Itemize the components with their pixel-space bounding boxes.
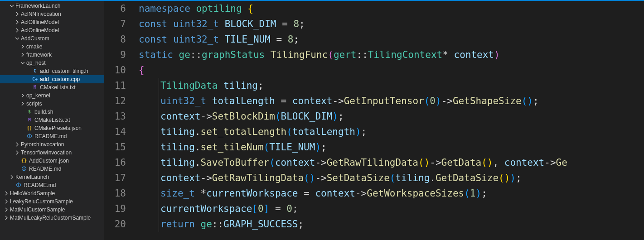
chevron-down-icon[interactable]: [20, 60, 25, 66]
token-op: =: [276, 34, 282, 45]
code-area[interactable]: namespace optiling {const uint32_t BLOCK…: [136, 1, 644, 240]
code-line[interactable]: const uint32_t TILE_NUM = 8;: [139, 32, 644, 47]
chevron-right-icon[interactable]: [15, 142, 20, 147]
token-num: 8: [288, 34, 294, 45]
folder-item[interactable]: MatMulLeakyReluCustomSample: [0, 214, 104, 222]
folder-item[interactable]: AclNNInvocation: [0, 10, 104, 18]
folder-item[interactable]: TensorflowInvocation: [0, 149, 104, 157]
token-br3: (: [424, 96, 430, 106]
file-item[interactable]: {}AddCustom.json: [0, 157, 104, 165]
item-label: TensorflowInvocation: [21, 149, 72, 157]
chevron-down-icon[interactable]: [15, 36, 20, 41]
item-label: build.sh: [34, 108, 53, 116]
token-ctype: ge: [201, 219, 212, 230]
file-item[interactable]: ⓘREADME.md: [0, 165, 104, 173]
token-br3: ]: [264, 203, 270, 214]
chevron-right-icon[interactable]: [4, 199, 9, 204]
chevron-right-icon[interactable]: [9, 174, 15, 180]
folder-item[interactable]: AddCustom: [0, 34, 104, 43]
indent-guide: [159, 109, 159, 124]
line-number: 13: [104, 109, 126, 124]
token-func: Ge: [556, 157, 567, 168]
token-kw: static: [139, 49, 173, 60]
code-line[interactable]: tiling.set_totalLength(totalLength);: [139, 124, 644, 139]
token-ctype: graphStatus: [202, 49, 265, 60]
token-op: =: [281, 96, 287, 106]
code-line[interactable]: tiling.set_tileNum(TILE_NUM);: [139, 139, 644, 155]
chevron-right-icon[interactable]: [15, 28, 20, 33]
readme-icon: ⓘ: [26, 133, 33, 139]
item-label: op_host: [26, 59, 46, 67]
folder-item[interactable]: HelloWorldSample: [0, 189, 104, 197]
file-item[interactable]: Cadd_custom_tiling.h: [0, 67, 104, 75]
folder-item[interactable]: KernelLaunch: [0, 173, 104, 181]
folder-item[interactable]: cmake: [0, 43, 104, 51]
folder-item[interactable]: op_kernel: [0, 91, 104, 100]
spacer: [15, 166, 20, 172]
file-item[interactable]: MCMakeLists.txt: [0, 83, 104, 91]
file-item[interactable]: $build.sh: [0, 108, 104, 116]
folder-item[interactable]: LeakyReluCustomSample: [0, 197, 104, 206]
code-line[interactable]: uint32_t totalLength = context->GetInput…: [139, 93, 644, 109]
code-line[interactable]: static ge::graphStatus TilingFunc(gert::…: [139, 47, 644, 62]
file-item[interactable]: {}CMakePresets.json: [0, 124, 104, 132]
code-line[interactable]: currentWorkspace[0] = 0;: [139, 201, 644, 216]
spacer: [20, 109, 25, 115]
chevron-right-icon[interactable]: [15, 19, 20, 25]
token-var: TILE_NUM: [225, 34, 271, 45]
token-func: GetWorkspaceSizes: [367, 188, 464, 199]
file-item[interactable]: ⓘREADME.md: [0, 132, 104, 140]
token-br2: {: [139, 65, 145, 76]
token-op: ->: [201, 111, 212, 122]
chevron-right-icon[interactable]: [15, 11, 20, 17]
folder-item[interactable]: scripts: [0, 100, 104, 108]
code-line[interactable]: const uint32_t BLOCK_DIM = 8;: [139, 16, 644, 32]
token-kw: const: [139, 19, 167, 29]
file-item[interactable]: ⓘREADME.md: [0, 181, 104, 189]
code-line[interactable]: size_t *currentWorkspace = context->GetW…: [139, 186, 644, 201]
folder-item[interactable]: framework: [0, 51, 104, 59]
chevron-right-icon[interactable]: [20, 52, 25, 58]
token-func: GetShapeSize: [453, 96, 522, 106]
folder-item[interactable]: MatMulCustomSample: [0, 206, 104, 214]
folder-item[interactable]: AclOfflineModel: [0, 18, 104, 26]
chevron-right-icon[interactable]: [20, 101, 25, 106]
token-br3: (: [390, 173, 396, 183]
code-line[interactable]: namespace optiling {: [139, 1, 644, 16]
folder-item[interactable]: op_host: [0, 59, 104, 67]
line-number: 9: [104, 47, 126, 62]
file-explorer[interactable]: FrameworkLaunchAclNNInvocationAclOffline…: [0, 1, 104, 240]
file-item[interactable]: MCMakeLists.txt: [0, 116, 104, 124]
chevron-right-icon[interactable]: [4, 191, 9, 196]
code-line[interactable]: context->SetBlockDim(BLOCK_DIM);: [139, 109, 644, 124]
chevron-right-icon[interactable]: [4, 207, 9, 212]
chevron-right-icon[interactable]: [20, 93, 25, 98]
file-item[interactable]: C+add_custom.cpp: [0, 75, 104, 83]
token-var: tiling: [160, 157, 195, 168]
token-func: SetDataSize: [327, 173, 390, 183]
token-num: 0: [286, 203, 292, 214]
chevron-right-icon[interactable]: [20, 44, 25, 49]
spacer: [20, 125, 25, 131]
token-br3: (: [464, 188, 470, 199]
code-line[interactable]: context->GetRawTilingData()->SetDataSize…: [139, 170, 644, 186]
spacer: [25, 77, 31, 82]
token-var: tiling: [160, 142, 195, 153]
folder-item[interactable]: FrameworkLaunch: [0, 2, 104, 10]
chevron-down-icon[interactable]: [9, 3, 15, 9]
token-punc: ;: [481, 188, 487, 199]
code-line[interactable]: TilingData tiling;: [139, 78, 644, 93]
code-line[interactable]: return ge::GRAPH_SUCCESS;: [139, 216, 644, 232]
code-line[interactable]: tiling.SaveToBuffer(context->GetRawTilin…: [139, 155, 644, 170]
folder-item[interactable]: PytorchInvocation: [0, 140, 104, 149]
code-editor[interactable]: 67891011121314151617181920 namespace opt…: [104, 1, 644, 240]
line-number: 10: [104, 62, 126, 78]
token-var: context: [292, 96, 333, 106]
item-label: AclNNInvocation: [21, 10, 61, 18]
chevron-right-icon[interactable]: [15, 150, 20, 155]
code-line[interactable]: {: [139, 62, 644, 78]
token-var: currentWorkspace: [160, 203, 252, 214]
chevron-right-icon[interactable]: [4, 215, 9, 221]
indent-guide: [159, 93, 159, 109]
folder-item[interactable]: AclOnlineModel: [0, 26, 104, 34]
